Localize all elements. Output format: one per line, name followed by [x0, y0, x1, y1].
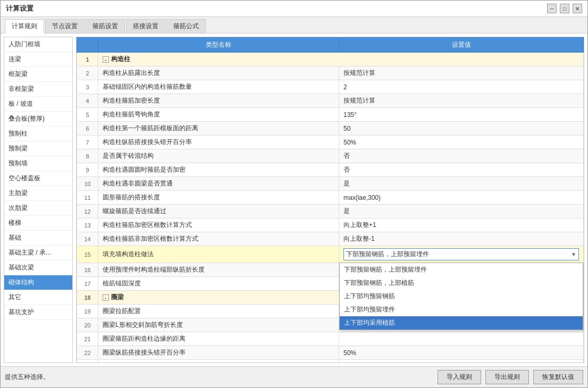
- tab-splice-settings[interactable]: 搭接设置: [126, 19, 165, 33]
- sidebar-item-17[interactable]: 其它: [4, 290, 72, 305]
- col-header-value: 设置值: [339, 38, 584, 53]
- main-table-area: 类型名称 设置值 1 -构造柱 2 构造柱从筋露出长度 按规范计算 3 基础锚固…: [76, 37, 584, 363]
- table-row: 22 圈梁纵筋搭接接头错开百分率 50%: [77, 346, 584, 360]
- dropdown-option[interactable]: 下部预留钢筋，上部植筋: [340, 276, 583, 290]
- row-name: 圈梁箍筋距构造柱边缘的距离: [98, 332, 339, 346]
- row-name: 构造柱从筋露出长度: [98, 66, 339, 80]
- tab-stirrup-settings[interactable]: 箍筋设置: [86, 19, 125, 33]
- table-row: 7 构造柱纵筋搭接接头错开百分率 50%: [77, 136, 584, 149]
- dropdown-arrow-icon: ▼: [571, 251, 576, 257]
- table-row: 10 构造柱遇非圆梁是否贯通 是: [77, 177, 584, 191]
- row-number: 10: [77, 177, 98, 191]
- dropdown-option[interactable]: 上下部均预留钢筋: [340, 290, 583, 303]
- row-number: 6: [77, 122, 98, 136]
- col-header-name: 类型名称: [98, 38, 339, 53]
- sidebar-item-8[interactable]: 预制墙: [4, 156, 72, 171]
- row-value: 135°: [339, 360, 584, 364]
- row-name: 圆形箍筋的搭接长度: [98, 191, 339, 205]
- tab-calc-rules[interactable]: 计算规则: [5, 19, 44, 33]
- row-name: 构造柱箍筋加密长度: [98, 94, 339, 108]
- row-value: 50%: [339, 346, 584, 360]
- row-number: 23: [77, 360, 98, 364]
- row-name: 是否属于砖混结构: [98, 149, 339, 163]
- sidebar-item-2[interactable]: 框架梁: [4, 67, 72, 82]
- row-name: 构造柱箍筋加密区根数计算方式: [98, 218, 339, 232]
- tab-stirrup-formula[interactable]: 箍筋公式: [166, 19, 206, 33]
- main-content: 人防门框墙 连梁 框架梁 非框架梁 板 / 坡道 叠合板(整厚) 预制柱 预制梁…: [1, 33, 587, 366]
- sidebar-item-9[interactable]: 空心楼盖板: [4, 171, 72, 186]
- expand-icon[interactable]: -: [103, 294, 109, 301]
- dropdown-option[interactable]: 上下部均采用植筋: [340, 316, 583, 330]
- dropdown-option[interactable]: 下部预留钢筋，上部预留埋件: [340, 263, 583, 276]
- sidebar-item-15[interactable]: 基础次梁: [4, 260, 72, 275]
- row-name: 构造柱箍筋弯钩角度: [98, 108, 339, 122]
- row-number: 16: [77, 263, 98, 277]
- row-name: 构造柱遇非圆梁是否贯通: [98, 177, 339, 191]
- row-name: 构造柱箍筋非加密区根数计算方式: [98, 232, 339, 246]
- title-bar: 计算设置 ─ □ ✕: [1, 1, 587, 17]
- row-name: 使用预埋件时构造柱端部纵筋折长度: [98, 263, 339, 277]
- restore-default-button[interactable]: 恢复默认值: [533, 370, 583, 384]
- import-button[interactable]: 导入规则: [438, 370, 481, 384]
- sidebar: 人防门框墙 连梁 框架梁 非框架梁 板 / 坡道 叠合板(整厚) 预制柱 预制梁…: [4, 37, 73, 363]
- row-number: 22: [77, 346, 98, 360]
- row-value: 50: [339, 122, 584, 136]
- close-button[interactable]: ✕: [573, 4, 582, 13]
- row-value: 按规范计算: [339, 94, 584, 108]
- row-number: 12: [77, 205, 98, 218]
- sidebar-item-4[interactable]: 板 / 坡道: [4, 97, 72, 112]
- sidebar-item-0[interactable]: 人防门框墙: [4, 37, 72, 52]
- table-row: 2 构造柱从筋露出长度 按规范计算: [77, 66, 584, 80]
- main-window: 计算设置 ─ □ ✕ 计算规则 节点设置 箍筋设置 搭接设置 箍筋公式 人防门框…: [0, 0, 588, 388]
- window-controls: ─ □ ✕: [547, 4, 582, 13]
- row-number: 1: [77, 53, 98, 66]
- sidebar-item-1[interactable]: 连梁: [4, 52, 72, 67]
- dropdown-option[interactable]: 上下部均预留埋件: [340, 303, 583, 316]
- row-name: 螺旋箍筋是否连续通过: [98, 205, 339, 218]
- sidebar-item-3[interactable]: 非框架梁: [4, 82, 72, 97]
- sidebar-item-18[interactable]: 基坑支护: [4, 305, 72, 320]
- expand-icon[interactable]: -: [103, 56, 109, 63]
- window-title: 计算设置: [6, 4, 33, 13]
- tab-node-settings[interactable]: 节点设置: [45, 19, 85, 33]
- sidebar-item-6[interactable]: 预制柱: [4, 126, 72, 141]
- maximize-button[interactable]: □: [560, 4, 569, 13]
- export-button[interactable]: 导出规则: [485, 370, 529, 384]
- minimize-button[interactable]: ─: [547, 4, 557, 13]
- settings-table: 类型名称 设置值 1 -构造柱 2 构造柱从筋露出长度 按规范计算 3 基础锚固…: [77, 37, 584, 363]
- sidebar-item-10[interactable]: 主肋梁: [4, 186, 72, 201]
- section-label: -构造柱: [98, 53, 584, 66]
- row-number: 13: [77, 218, 98, 232]
- row-number: 14: [77, 232, 98, 246]
- sidebar-item-5[interactable]: 叠合板(整厚): [4, 112, 72, 126]
- sidebar-item-13[interactable]: 基础: [4, 231, 72, 246]
- row-value: 135°: [339, 108, 584, 122]
- row-name: 圈梁纵筋搭接接头错开百分率: [98, 346, 339, 360]
- row-value: 否: [339, 149, 584, 163]
- table-row: 23 圈梁箍筋弯钩角度 135°: [77, 360, 584, 364]
- sidebar-item-16[interactable]: 砌体结构: [4, 275, 72, 290]
- table-row: 8 是否属于砖混结构 否: [77, 149, 584, 163]
- row-number: 5: [77, 108, 98, 122]
- row-name: 构造柱纵筋搭接接头错开百分率: [98, 136, 339, 149]
- row-value: max(lae,300): [339, 191, 584, 205]
- row-number: 19: [77, 305, 98, 318]
- table-row: 13 构造柱箍筋加密区根数计算方式 向上取整+1: [77, 218, 584, 232]
- tab-bar: 计算规则 节点设置 箍筋设置 搭接设置 箍筋公式: [1, 17, 587, 33]
- dropdown-cell[interactable]: 下部预留钢筋，上部预留埋件 ▼ 下部预留钢筋，上部预留埋件 下部预留钢筋，上部植…: [339, 246, 584, 263]
- row-number: 4: [77, 94, 98, 108]
- sidebar-item-11[interactable]: 次肋梁: [4, 201, 72, 216]
- row-name: 基础锚固区内的构造柱箍筋数量: [98, 80, 339, 94]
- sidebar-item-7[interactable]: 预制梁: [4, 141, 72, 156]
- row-name: 填充墙构造柱做法: [98, 246, 339, 263]
- dropdown-popup: 下部预留钢筋，上部预留埋件 下部预留钢筋，上部植筋 上下部均预留钢筋 上下部均预…: [339, 263, 583, 330]
- table-row: 5 构造柱箍筋弯钩角度 135°: [77, 108, 584, 122]
- sidebar-item-12[interactable]: 楼梯: [4, 216, 72, 231]
- row-number: 7: [77, 136, 98, 149]
- row-value: [339, 332, 584, 346]
- row-number: 3: [77, 80, 98, 94]
- row-name: 圈梁箍筋弯钩角度: [98, 360, 339, 364]
- sidebar-item-14[interactable]: 基础主梁 / 承...: [4, 246, 72, 260]
- row-name: 圈梁L形相交斜加筋弯折长度: [98, 318, 339, 332]
- row-number: 2: [77, 66, 98, 80]
